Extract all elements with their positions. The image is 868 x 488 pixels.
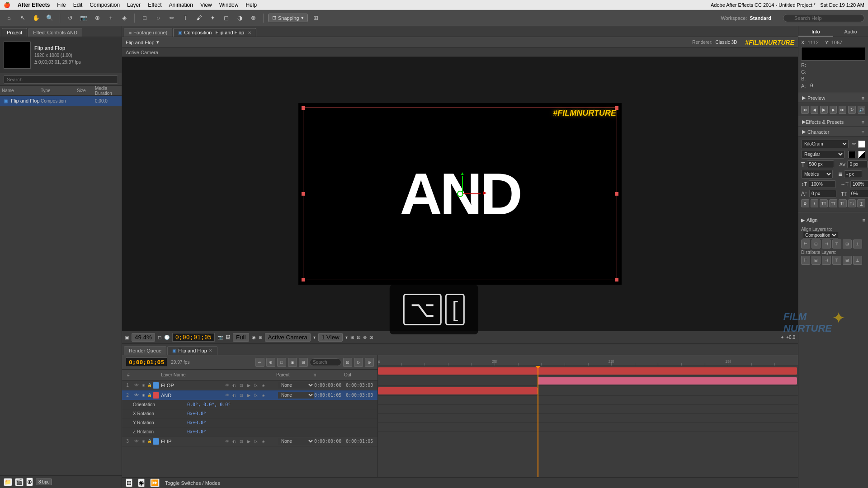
menu-layer[interactable]: Layer <box>127 2 141 8</box>
zoom-tool[interactable]: 🔍 <box>44 13 55 23</box>
align-top-btn[interactable]: ⊤ <box>832 239 841 249</box>
tl-bottom-icon1[interactable]: ⊞ <box>126 479 132 487</box>
dolly-tool[interactable]: ◈ <box>119 13 130 23</box>
layer-blend-3[interactable]: ◈ <box>260 438 266 445</box>
layer-lock-3[interactable]: 🔒 <box>146 439 153 443</box>
rect-mask-tool[interactable]: □ <box>139 13 150 23</box>
layer-solo2-1[interactable]: ◐ <box>231 382 237 389</box>
track-row-3[interactable] <box>378 386 798 396</box>
italic-btn[interactable]: I <box>811 199 819 207</box>
bold-btn[interactable]: B <box>801 199 809 207</box>
font-style-select[interactable]: Regular <box>801 150 844 159</box>
project-item[interactable]: ▣ Flip and Flop Composition 0;00;0 <box>0 96 122 106</box>
timecode-display[interactable]: 0;00;01;05 <box>172 333 215 342</box>
layer-fx-2[interactable]: fx <box>253 392 259 399</box>
vert-scale-input[interactable] <box>809 180 836 188</box>
layer-3d-1[interactable]: ⊡ <box>238 382 245 389</box>
preview-prev-frame[interactable]: ◀ <box>811 106 818 114</box>
layer-visibility-2[interactable]: 👁 <box>133 393 140 398</box>
hand-tool[interactable]: ✋ <box>31 13 42 23</box>
layer-row-2[interactable]: 2 👁 ◉ 🔒 AND 👁 ◐ ⊡ ▶ fx <box>122 390 377 400</box>
menu-animation[interactable]: Animation <box>169 2 193 8</box>
dist-right-btn[interactable]: ⊣ <box>822 256 831 265</box>
render-queue-tab[interactable]: Render Queue <box>124 346 166 355</box>
align-to-select[interactable]: Composition <box>803 232 838 239</box>
dist-left-btn[interactable]: ⊢ <box>801 256 810 265</box>
new-folder-btn[interactable]: 📁 <box>4 478 12 486</box>
layer-row-1[interactable]: 1 👁 ◉ 🔒 FLOP 👁 ◐ ⊡ ▶ fx <box>122 380 377 390</box>
tl-icon-3[interactable]: □ <box>277 358 286 367</box>
layer-lock-2[interactable]: 🔒 <box>146 393 153 397</box>
timeline-comp-tab[interactable]: ▣ Flip and Flop ✕ <box>167 346 217 355</box>
preview-first-frame[interactable]: ⏮ <box>801 106 809 114</box>
caps-btn[interactable]: TT <box>820 199 828 207</box>
tl-icon-4[interactable]: ◉ <box>288 358 297 367</box>
font-size-input[interactable] <box>807 160 834 168</box>
smallcaps-btn[interactable]: TT <box>829 199 837 207</box>
home-tool[interactable]: ⌂ <box>4 13 14 23</box>
layer-shy-3[interactable]: 👁 <box>224 438 230 445</box>
effect-controls-tab[interactable]: Effect Controls AND <box>28 28 82 37</box>
layer-3d-2[interactable]: ⊡ <box>238 392 245 399</box>
layer-visibility-1[interactable]: 👁 <box>133 383 140 388</box>
menu-window[interactable]: Window <box>219 2 239 8</box>
new-item-btn[interactable]: ⊕ <box>26 478 33 486</box>
text-tool[interactable]: T <box>180 13 191 23</box>
layer-parent-2[interactable]: None <box>278 392 314 399</box>
layer-solo-3[interactable]: ◉ <box>140 439 146 443</box>
fill-color-swatch[interactable] <box>858 141 865 148</box>
layer-row-3[interactable]: 3 👁 ◉ 🔒 FLIP 👁 ◐ ⊡ ▶ fx <box>122 436 377 446</box>
font-family-select[interactable]: KiloGram <box>801 140 849 148</box>
select-tool[interactable]: ↖ <box>17 13 28 23</box>
align-bottom-btn[interactable]: ⊥ <box>853 239 862 249</box>
layer-shy-1[interactable]: 👁 <box>224 382 230 389</box>
menu-help[interactable]: Help <box>245 2 257 8</box>
layer-solo2-3[interactable]: ◐ <box>231 438 237 445</box>
preview-audio[interactable]: 🔊 <box>858 106 865 114</box>
track-row-2[interactable] <box>378 376 798 386</box>
dist-center-v-btn[interactable]: ⊞ <box>843 256 852 265</box>
track-camera-tool[interactable]: + <box>105 13 116 23</box>
layer-motion-1[interactable]: ▶ <box>245 382 252 389</box>
ellipse-mask-tool[interactable]: ○ <box>153 13 164 23</box>
project-tab[interactable]: Project <box>2 28 27 37</box>
layer-fx-1[interactable]: fx <box>253 382 259 389</box>
orbit-camera-tool[interactable]: ⊕ <box>92 13 103 23</box>
layer-motion-3[interactable]: ▶ <box>245 438 252 445</box>
kern-input[interactable] <box>847 160 868 168</box>
info-tab[interactable]: Info <box>798 26 833 37</box>
paint-tool[interactable]: 🖌 <box>193 13 204 23</box>
layer-lock-1[interactable]: 🔒 <box>146 383 153 387</box>
swap-colors-swatch[interactable] <box>858 151 865 158</box>
stroke-color-swatch[interactable] <box>848 151 855 158</box>
view-selector[interactable]: 1 View <box>318 333 343 342</box>
layer-parent-1[interactable]: None <box>278 382 314 389</box>
align-left-btn[interactable]: ⊢ <box>801 239 810 249</box>
comp-tab-close[interactable]: ✕ <box>248 30 251 35</box>
footage-tab[interactable]: ■ Footage (none) <box>124 28 172 37</box>
comp-tab[interactable]: ▣ Composition Flip and Flop ✕ <box>173 28 256 37</box>
tl-icon-8[interactable]: ⊛ <box>365 358 374 367</box>
baseline-input[interactable] <box>809 190 836 197</box>
align-right-btn[interactable]: ⊣ <box>822 239 831 249</box>
playhead[interactable] <box>538 366 538 477</box>
underline-btn[interactable]: T <box>857 199 865 207</box>
preview-next-frame[interactable]: ▶ <box>830 106 837 114</box>
audio-tab[interactable]: Audio <box>833 26 868 37</box>
puppet-tool[interactable]: ⊛ <box>248 13 259 23</box>
layer-solo2-2[interactable]: ◐ <box>231 392 237 399</box>
menu-composition[interactable]: Composition <box>90 2 120 8</box>
layer-motion-2[interactable]: ▶ <box>245 392 252 399</box>
search-help-input[interactable] <box>783 14 864 22</box>
align-center-h-btn[interactable]: ⊟ <box>811 239 821 249</box>
layer-blend-2[interactable]: ◈ <box>260 392 266 399</box>
layer-solo-1[interactable]: ◉ <box>140 383 146 387</box>
prop-val-yrot[interactable]: 0x+0.0° <box>187 420 206 425</box>
menu-file[interactable]: File <box>57 2 66 8</box>
menu-view[interactable]: View <box>200 2 212 8</box>
tl-icon-7[interactable]: ▷ <box>354 358 363 367</box>
tl-tab-close[interactable]: ✕ <box>209 348 212 353</box>
handle-ml[interactable] <box>302 192 305 196</box>
magnification-select[interactable]: 49.4% <box>132 333 155 342</box>
time-ruler[interactable]: 0s25f20f15f <box>378 355 798 366</box>
